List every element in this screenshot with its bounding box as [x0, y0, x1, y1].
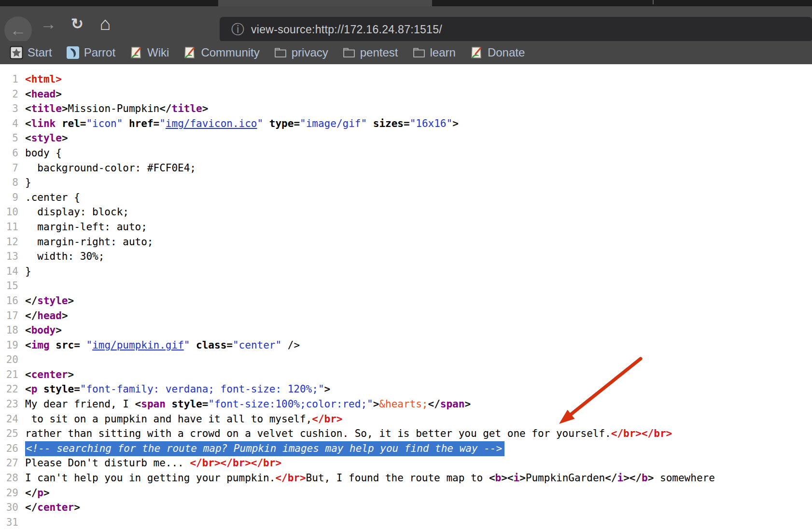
line-code: </head> — [25, 308, 68, 323]
source-line-15: 15 — [0, 279, 812, 294]
line-code: width: 30%; — [25, 249, 104, 264]
bookmark-learn[interactable]: learn — [412, 46, 456, 59]
line-number: 27 — [0, 456, 25, 471]
line-code: .center { — [25, 190, 80, 205]
page-content: 1<html>2<head>3<title>Mission-Pumpkin</t… — [0, 64, 812, 532]
line-number: 2 — [0, 87, 25, 102]
bookmark-pentest[interactable]: pentest — [342, 46, 398, 59]
line-code: background-color: #FCF0E4; — [25, 161, 196, 176]
line-number: 8 — [0, 175, 25, 190]
line-code: margin-right: auto; — [25, 235, 154, 250]
forward-icon: → — [40, 14, 56, 33]
url-bar[interactable]: ⓘ view-source:http://172.16.24.87:1515/ — [220, 17, 812, 42]
reload-button[interactable]: ↻ — [66, 6, 89, 41]
source-line-1: 1<html> — [0, 72, 812, 87]
bookmark-wiki[interactable]: Wiki — [129, 46, 169, 59]
bookmark-parrot[interactable]: Parrot — [66, 46, 115, 59]
bookmarks-bar: StartParrotWikiCommunityprivacypentestle… — [0, 41, 812, 64]
back-icon: ← — [10, 21, 27, 40]
line-number: 20 — [0, 352, 25, 367]
line-code: } — [25, 175, 31, 190]
source-line-30: 30</center> — [0, 500, 812, 515]
line-number: 29 — [0, 486, 25, 501]
bookmark-privacy[interactable]: privacy — [274, 46, 328, 59]
source-line-2: 2<head> — [0, 87, 812, 102]
line-number: 24 — [0, 412, 25, 427]
line-number: 25 — [0, 426, 25, 441]
line-code: body { — [25, 146, 62, 161]
active-tab[interactable] — [218, 0, 432, 6]
line-number: 7 — [0, 161, 25, 176]
line-number: 30 — [0, 500, 25, 515]
bookmark-label: pentest — [360, 46, 398, 59]
source-line-21: 21<center> — [0, 367, 812, 382]
line-code: </p> — [25, 486, 50, 501]
line-code: <link rel="icon" href="img/favicon.ico" … — [25, 116, 459, 131]
bookmark-label: privacy — [292, 46, 328, 59]
line-code: display: block; — [25, 205, 129, 220]
source-line-32: 32 — [0, 530, 812, 532]
line-number: 22 — [0, 382, 25, 397]
tabstrip-divider — [653, 0, 654, 4]
home-icon: ⌂ — [100, 14, 111, 34]
source-line-11: 11 margin-left: auto; — [0, 220, 812, 235]
star-bookmark-icon — [10, 46, 23, 59]
source-line-27: 27Please Don't disturb me... </br></br><… — [0, 456, 812, 471]
source-line-12: 12 margin-right: auto; — [0, 235, 812, 250]
bookmark-donate[interactable]: Donate — [470, 46, 525, 59]
source-line-9: 9.center { — [0, 190, 812, 205]
line-code: I can't help you in getting your pumpkin… — [25, 471, 715, 486]
source-line-6: 6body { — [0, 146, 812, 161]
line-number: 3 — [0, 101, 25, 116]
parrot-icon — [66, 46, 80, 59]
notes-icon — [470, 46, 483, 59]
source-line-17: 17</head> — [0, 308, 812, 323]
bookmark-start[interactable]: Start — [10, 46, 52, 59]
source-line-29: 29</p> — [0, 486, 812, 501]
line-number: 26 — [0, 441, 25, 456]
folder-icon — [274, 46, 287, 59]
line-number: 19 — [0, 338, 25, 353]
line-code: <head> — [25, 87, 62, 102]
line-code: My dear friend, I <span style="font-size… — [25, 397, 471, 412]
line-number: 15 — [0, 279, 25, 294]
info-icon[interactable]: ⓘ — [231, 23, 244, 36]
line-code: <html> — [25, 72, 62, 87]
line-number: 14 — [0, 264, 25, 279]
source-line-28: 28I can't help you in getting your pumpk… — [0, 471, 812, 486]
source-line-31: 31 — [0, 515, 812, 530]
back-button[interactable]: ← — [4, 16, 32, 44]
line-code: </center> — [25, 500, 80, 515]
line-number: 23 — [0, 397, 25, 412]
url-text: view-source:http://172.16.24.87:1515/ — [251, 23, 442, 36]
source-line-19: 19<img src= "img/pumpkin.gif" class="cen… — [0, 338, 812, 353]
line-number: 6 — [0, 146, 25, 161]
line-number: 10 — [0, 205, 25, 220]
folder-icon — [342, 46, 356, 59]
line-code: to sit on a pumpkin and have it all to m… — [25, 412, 342, 427]
forward-button[interactable]: → — [37, 6, 60, 41]
source-line-24: 24 to sit on a pumpkin and have it all t… — [0, 412, 812, 427]
source-line-10: 10 display: block; — [0, 205, 812, 220]
source-line-4: 4<link rel="icon" href="img/favicon.ico"… — [0, 116, 812, 131]
bookmark-label: Wiki — [147, 46, 169, 59]
source-line-18: 18<body> — [0, 323, 812, 338]
line-code: margin-left: auto; — [25, 220, 147, 235]
source-line-25: 25rather than sitting with a crowd on a … — [0, 426, 812, 441]
source-line-7: 7 background-color: #FCF0E4; — [0, 161, 812, 176]
line-code: <!-- searching for the route map? Pumpki… — [25, 441, 504, 456]
notes-icon — [129, 46, 143, 59]
source-line-20: 20 — [0, 352, 812, 367]
line-number: 32 — [0, 530, 25, 532]
source-line-14: 14} — [0, 264, 812, 279]
bookmark-label: learn — [430, 46, 456, 59]
line-code: } — [25, 264, 31, 279]
line-code: <title>Mission-Pumpkin</title> — [25, 101, 208, 116]
line-code: <style> — [25, 131, 68, 146]
source-line-8: 8} — [0, 175, 812, 190]
bookmark-community[interactable]: Community — [183, 46, 259, 59]
browser-window: ← → ↻ ⌂ ⓘ view-source:http://172.16.24.8… — [0, 0, 812, 532]
line-code: Please Don't disturb me... </br></br></b… — [25, 456, 281, 471]
line-number: 21 — [0, 367, 25, 382]
home-button[interactable]: ⌂ — [94, 6, 117, 41]
